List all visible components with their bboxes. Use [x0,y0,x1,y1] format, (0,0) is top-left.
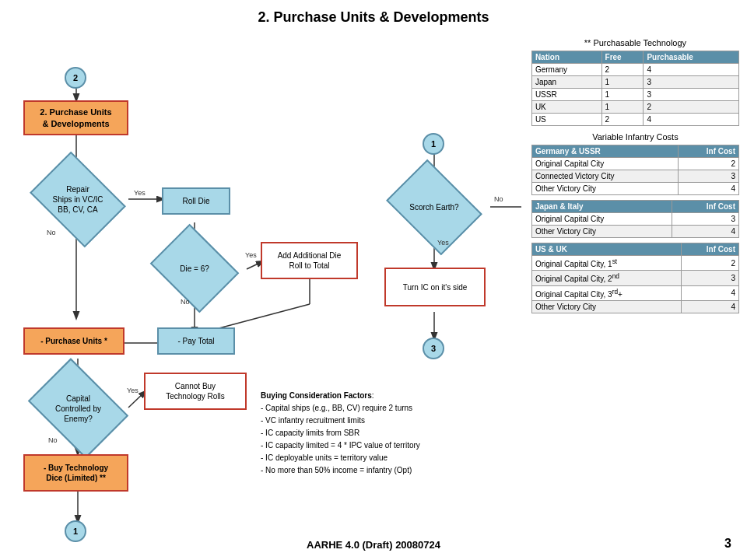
add-die-box: Add Additional DieRoll to Total [261,242,358,279]
us-uk-header: US & UK [531,243,682,256]
tech-header-free: Free [601,51,644,64]
table-row: Other Victory City4 [531,183,738,195]
japan-italy-inf-cost: Inf Cost [672,201,739,213]
buying-considerations: Buying Consideration Factors: - Capital … [261,390,517,477]
page-title: 2. Purchase Units & Developments [0,0,747,32]
yes-label-capital: Yes [127,387,139,394]
roll-die-box: Roll Die [162,187,230,215]
start-circle: 2 [65,67,86,89]
table-row: Germany24 [531,64,738,76]
table-row: Original Capital City3 [531,213,738,226]
pay-total-box: - Pay Total [157,327,235,355]
table-row: Original Capital City, 3rd+4 [531,285,738,300]
us-uk-table: US & UK Inf Cost Original Capital City, … [531,243,739,313]
no-label-capital: No [48,436,58,444]
tech-table-title: ** Purchasable Technology [531,38,739,47]
table-row: Japan13 [531,76,738,89]
yes-label-scorch: Yes [437,239,449,247]
us-uk-inf-cost: Inf Cost [682,243,739,256]
table-row: Connected Victory City3 [531,170,738,183]
turn-ic-box: Turn IC on it's side [384,268,486,306]
no-label-repair: No [47,229,56,236]
japan-italy-table: Japan & Italy Inf Cost Original Capital … [531,200,739,238]
table-row: Other Victory City4 [531,300,738,313]
japan-italy-header: Japan & Italy [531,201,672,213]
table-row: Original Capital City2 [531,158,738,170]
tech-header-purchasable: Purchasable [644,51,739,64]
die-6-diamond: Die = 6? [160,240,230,296]
capital-enemy-diamond: CapitalControlled byEnemy? [37,378,119,439]
table-row: Original Capital City, 2nd3 [531,271,738,285]
table-row: UK12 [531,101,738,114]
infantry-table-title: Variable Infantry Costs [531,132,739,142]
buy-tech-box: - Buy TechnologyDice (Limited) ** [23,454,128,492]
end-circle-3: 3 [423,338,444,359]
purchase-units-box: - Purchase Units * [23,327,124,355]
tables-area: ** Purchasable Technology Nation Free Pu… [524,32,739,545]
flowchart-area: 2 2. Purchase Units & Developments Repai… [8,32,524,545]
table-row: Other Victory City4 [531,226,738,238]
yes-label-repair: Yes [134,189,146,197]
scorch-earth-diamond: Scorch Earth? [395,178,473,236]
table-row: Original Capital City, 1st2 [531,256,738,271]
end-circle-1: 1 [65,520,86,542]
purchase-units-dev-box: 2. Purchase Units & Developments [23,100,128,135]
footer-text: AARHE 4.0 (Draft) 20080724 [307,539,440,551]
yes-label-die: Yes [245,251,257,259]
repair-ships-diamond: RepairShips in VC/ICBB, CV, CA [39,170,117,229]
cannot-buy-box: Cannot BuyTechnology Rolls [144,373,247,410]
connector-circle-1: 1 [423,133,444,155]
germany-ussr-table: Germany & USSR Inf Cost Original Capital… [531,145,739,195]
table-row: USSR13 [531,89,738,101]
no-label-die: No [181,298,190,306]
tech-table: Nation Free Purchasable Germany24 Japan1… [531,51,739,126]
ger-ussr-header: Germany & USSR [531,145,678,158]
page-number: 3 [724,537,731,551]
no-label-scorch: No [494,195,503,203]
tech-header-nation: Nation [531,51,601,64]
ger-ussr-inf-cost: Inf Cost [678,145,738,158]
table-row: US24 [531,114,738,126]
